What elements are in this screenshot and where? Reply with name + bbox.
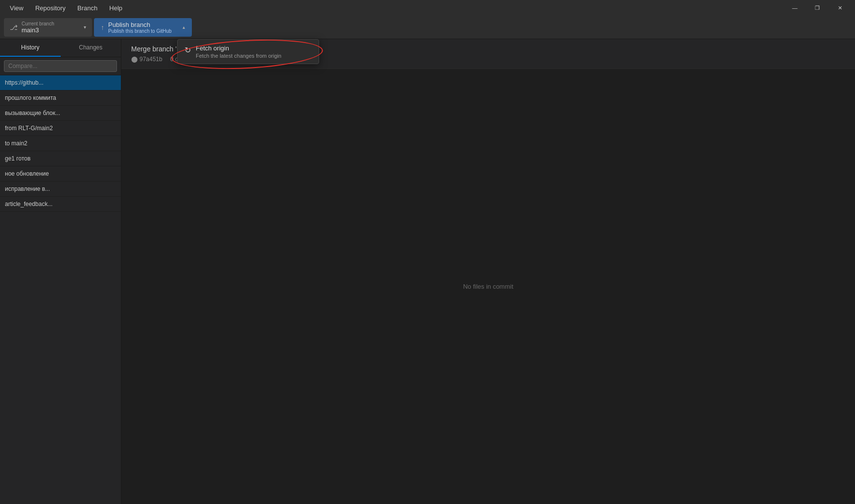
commit-hash: ⬤ 97a451b <box>131 56 162 63</box>
list-item[interactable]: исправление в... <box>0 182 121 197</box>
menu-repository[interactable]: Repository <box>29 2 71 14</box>
branch-label: Current branch <box>22 21 54 26</box>
commit-text: ное обновление <box>5 170 116 177</box>
fetch-origin-item[interactable]: ↻ Fetch origin Fetch the latest changes … <box>178 40 319 64</box>
publish-chevron-icon: ▴ <box>183 24 185 30</box>
publish-info: Publish branch Publish this branch to Gi… <box>108 21 172 34</box>
close-button[interactable]: ✕ <box>829 0 851 16</box>
main-content: Merge branch 'main' of https://git... ⬤ … <box>121 39 855 504</box>
window-controls: — ❐ ✕ <box>784 0 851 16</box>
titlebar: View Repository Branch Help — ❐ ✕ <box>0 0 855 16</box>
branch-name: main3 <box>22 26 54 34</box>
branch-icon: ⎇ <box>10 23 18 31</box>
list-item[interactable]: https://github... <box>0 75 121 91</box>
compare-input[interactable] <box>4 60 117 72</box>
commit-text: вызывающие блок... <box>5 110 116 116</box>
publish-subtitle: Publish this branch to GitHub <box>108 28 172 34</box>
list-item[interactable]: прошлого коммита <box>0 91 121 106</box>
fetch-dropdown-menu: ↻ Fetch origin Fetch the latest changes … <box>177 39 319 64</box>
tab-changes[interactable]: Changes <box>61 39 121 57</box>
branch-chevron-icon: ▾ <box>84 24 86 30</box>
list-item[interactable]: from RLT-G/main2 <box>0 121 121 136</box>
list-item[interactable]: ge1 готов <box>0 151 121 166</box>
commit-text: to main2 <box>5 140 116 147</box>
commit-list: https://github... прошлого коммита вызыв… <box>0 75 121 504</box>
commit-text: исправление в... <box>5 185 116 192</box>
fetch-origin-text: Fetch origin Fetch the latest changes fr… <box>196 45 281 59</box>
commit-text: https://github... <box>5 79 116 86</box>
sidebar-search-area <box>0 57 121 75</box>
menu-branch[interactable]: Branch <box>71 2 103 14</box>
refresh-icon: ↻ <box>185 46 191 55</box>
fetch-origin-subtitle: Fetch the latest changes from origin <box>196 53 281 59</box>
titlebar-menu: View Repository Branch Help <box>4 2 128 14</box>
list-item[interactable]: article_feedback... <box>0 197 121 212</box>
list-item[interactable]: вызывающие блок... <box>0 106 121 121</box>
maximize-button[interactable]: ❐ <box>806 0 829 16</box>
fetch-origin-title: Fetch origin <box>196 45 281 52</box>
current-branch-button[interactable]: ⎇ Current branch main3 ▾ <box>4 18 92 37</box>
list-item[interactable]: to main2 <box>0 136 121 151</box>
publish-branch-button[interactable]: ↑ Publish branch Publish this branch to … <box>94 18 192 37</box>
commit-text: from RLT-G/main2 <box>5 125 116 132</box>
toolbar: ⎇ Current branch main3 ▾ ↑ Publish branc… <box>0 16 855 39</box>
commit-text: article_feedback... <box>5 201 116 207</box>
commit-text: ge1 готов <box>5 155 116 162</box>
sidebar-tabs: History Changes <box>0 39 121 57</box>
menu-view[interactable]: View <box>4 2 29 14</box>
main-layout: History Changes https://github... прошло… <box>0 39 855 504</box>
commit-text: прошлого коммита <box>5 94 116 101</box>
branch-info: Current branch main3 <box>22 21 54 34</box>
minimize-button[interactable]: — <box>784 0 806 16</box>
publish-label: Publish branch <box>108 21 172 28</box>
no-files-message: No files in commit <box>121 69 855 504</box>
sidebar: History Changes https://github... прошло… <box>0 39 121 504</box>
tab-history[interactable]: History <box>0 39 61 57</box>
publish-icon: ↑ <box>101 23 104 31</box>
menu-help[interactable]: Help <box>103 2 128 14</box>
list-item[interactable]: ное обновление <box>0 166 121 182</box>
